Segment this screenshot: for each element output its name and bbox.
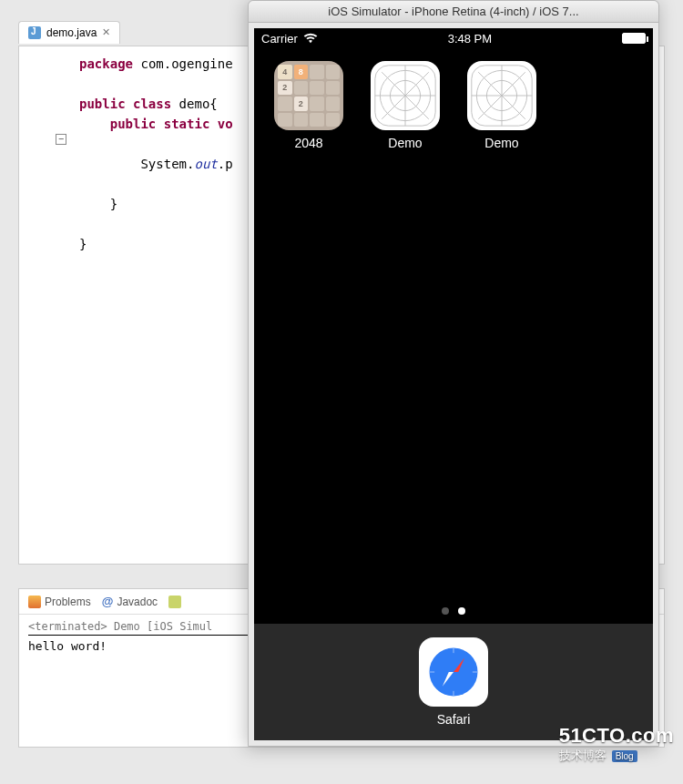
home-screen-apps: 48 2 2 2048 Demo Demo (254, 48, 653, 163)
app-icon-placeholder (371, 61, 440, 130)
tab-javadoc[interactable]: @ Javadoc (102, 595, 158, 608)
brace: } (79, 237, 87, 251)
class-name: demo (179, 97, 210, 111)
tab-label: Problems (45, 596, 91, 608)
tab-label: Javadoc (117, 596, 158, 608)
out-token: out (194, 157, 217, 171)
page-indicator[interactable] (254, 607, 653, 615)
editor-tab-demo[interactable]: demo.java ✕ (18, 21, 120, 44)
system-token: System. (140, 157, 194, 171)
watermark-domain: 51CTO.com (559, 724, 674, 748)
wifi-icon (303, 33, 318, 44)
app-demo-2[interactable]: Demo (465, 61, 538, 150)
kw-class: class (133, 97, 171, 111)
page-dot-active (458, 607, 465, 615)
tab-problems[interactable]: Problems (28, 596, 91, 608)
kw-static: static (164, 117, 210, 131)
watermark-badge: Blog (612, 750, 637, 762)
package-name: com.ogengine (140, 56, 232, 71)
simulator-titlebar[interactable]: iOS Simulator - iPhone Retina (4-inch) /… (249, 1, 658, 23)
close-icon[interactable]: ✕ (102, 26, 110, 38)
simulator-screen[interactable]: Carrier 3:48 PM 48 2 2 2048 (254, 28, 653, 740)
app-label: Demo (388, 136, 422, 150)
simulator-title: iOS Simulator - iPhone Retina (4-inch) /… (328, 5, 578, 18)
battery-icon (622, 33, 646, 44)
app-2048[interactable]: 48 2 2 2048 (272, 61, 345, 150)
java-file-icon (28, 26, 41, 39)
dock: Safari (254, 624, 653, 740)
app-demo-1[interactable]: Demo (369, 61, 442, 150)
kw-void-cut: vo (218, 117, 233, 131)
kw-public: public (79, 97, 126, 111)
editor-tabs: demo.java ✕ (18, 18, 120, 46)
editor-tab-label: demo.java (46, 26, 97, 39)
brace: { (209, 97, 217, 111)
problems-icon (28, 596, 41, 608)
carrier-label: Carrier (261, 32, 298, 46)
app-label: Demo (484, 136, 518, 150)
declaration-icon (168, 596, 181, 608)
watermark-tagline: 技术博客 (559, 748, 607, 764)
fold-toggle-icon[interactable]: − (56, 134, 66, 145)
clock-label: 3:48 PM (448, 32, 492, 46)
println-cut: .p (218, 157, 233, 171)
ios-simulator-window[interactable]: iOS Simulator - iPhone Retina (4-inch) /… (248, 0, 659, 747)
status-bar: Carrier 3:48 PM (254, 28, 653, 48)
app-icon-2048: 48 2 2 (274, 61, 343, 130)
page-dot (442, 607, 449, 615)
watermark: 51CTO.com 技术博客 Blog (559, 724, 674, 764)
app-label: 2048 (294, 136, 322, 150)
dock-app-label: Safari (437, 712, 471, 727)
editor-gutter: − (19, 54, 65, 565)
tab-more[interactable] (168, 596, 181, 608)
app-icon-placeholder (467, 61, 536, 130)
safari-compass-icon (423, 642, 484, 702)
javadoc-icon: @ (102, 595, 114, 608)
kw-public: public (110, 117, 157, 131)
app-safari[interactable] (419, 637, 488, 707)
brace: } (110, 197, 117, 211)
kw-package: package (79, 56, 133, 71)
